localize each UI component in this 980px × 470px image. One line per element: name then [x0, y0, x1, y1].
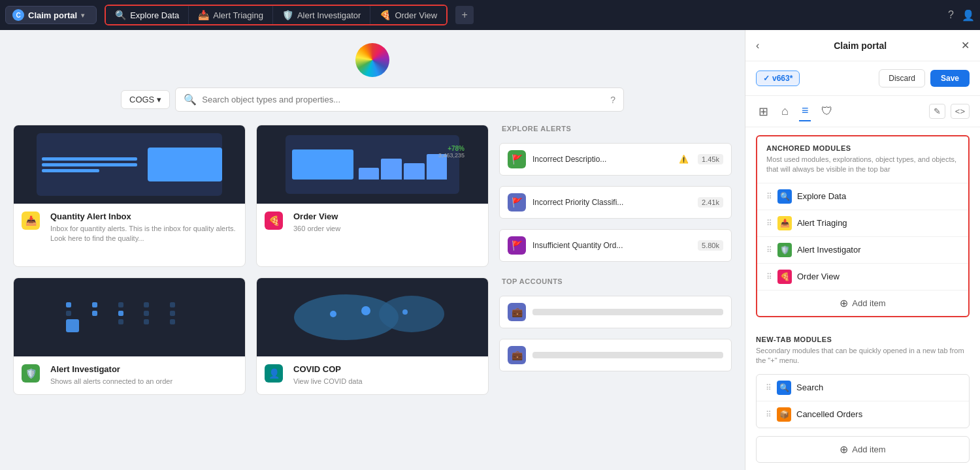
user-icon[interactable]: 👤: [962, 9, 975, 22]
new-tab-modules-title: NEW-TAB MODULES: [756, 336, 970, 343]
panel-title: Claim portal: [764, 40, 956, 51]
alert-flag-0: 🚩: [508, 150, 526, 168]
account-flag-0: 💼: [508, 303, 526, 321]
drag-handle-order-view[interactable]: ⠿: [766, 272, 772, 281]
order-view-card-icon: 🍕: [265, 212, 283, 230]
map-svg: [257, 278, 488, 356]
top-navigation: C Claim portal ▾ 🔍 Explore Data 📥 Alert …: [0, 0, 980, 30]
module-label-explore-data: Explore Data: [797, 191, 959, 201]
grid-view-icon[interactable]: ⊞: [756, 102, 771, 121]
alert-item-2[interactable]: 🚩 Insufficient Quantity Ord... 5.80k: [499, 229, 732, 262]
right-panel: ‹ Claim portal ✕ ✓ v663* Discard Save ⊞ …: [745, 30, 980, 470]
card-thumbnail-covid: [257, 278, 488, 356]
search-header: COGS ▾ 🔍 ?: [13, 43, 732, 112]
inbox-illustration: [37, 133, 221, 196]
version-check-icon: ✓: [763, 74, 770, 83]
order-illustration: +78% 3,463,235: [286, 135, 459, 194]
line2: [42, 163, 137, 166]
nav-tab-explore-data-label: Explore Data: [130, 10, 179, 20]
card-info-inbox: 📥 Quantity Alert Inbox Inbox for quantit…: [14, 204, 245, 252]
anchored-modules-header: ANCHORED MODULES Most used modules, expl…: [757, 136, 968, 183]
search-input[interactable]: [202, 95, 605, 104]
new-tab-add-item-button[interactable]: ⊕ Add item: [756, 436, 970, 463]
drag-handle-alert-investigator[interactable]: ⠿: [766, 245, 772, 255]
anchored-modules-desc: Most used modules, explorations, object …: [766, 155, 959, 175]
search-input-wrap: 🔍 ?: [175, 87, 624, 112]
edit-icon[interactable]: ✎: [929, 104, 945, 119]
bar3: [404, 163, 425, 180]
alert-warn-0: ⚠️: [679, 155, 689, 164]
code-icon[interactable]: <>: [951, 104, 970, 119]
anchored-module-order-view[interactable]: ⠿ 🍕 Order View: [757, 263, 968, 290]
new-tab-module-items: ⠿ 🔍 Search ⠿ 📦 Cancelled Orders: [756, 374, 970, 428]
card-quantity-alert-inbox[interactable]: 📥 Quantity Alert Inbox Inbox for quantit…: [13, 125, 246, 267]
svg-point-4: [361, 306, 370, 315]
new-tab-add-item-label: Add item: [852, 445, 885, 454]
anchored-add-item-button[interactable]: ⊕ Add item: [757, 290, 968, 316]
account-placeholder-1: [532, 352, 723, 358]
alert-flag-1: 🚩: [508, 193, 526, 212]
brand-label: Claim portal: [28, 10, 77, 20]
brand-chevron: ▾: [81, 12, 84, 19]
alert-item-1[interactable]: 🚩 Incorrect Priority Classifi... 2.41k: [499, 186, 732, 219]
save-button[interactable]: Save: [930, 70, 970, 87]
panel-icons-row: ⊞ ⌂ ≡ 🛡 ✎ <>: [745, 96, 980, 127]
alert-count-0: 1.45k: [698, 154, 723, 164]
card-info-order: 🍕 Order View 360 order view: [257, 204, 488, 242]
search-help-icon[interactable]: ?: [610, 95, 615, 105]
nav-tab-alert-investigator[interactable]: 🛡️ Alert Investigator: [273, 6, 371, 24]
brand-selector[interactable]: C Claim portal ▾: [5, 6, 97, 24]
alertinv-dots: [66, 302, 193, 332]
account-item-0[interactable]: 💼: [499, 296, 732, 328]
line3: [42, 169, 99, 172]
list-view-icon[interactable]: ≡: [799, 101, 811, 121]
nav-tab-alert-triaging[interactable]: 📥 Alert Triaging: [189, 6, 273, 24]
card-info-covid: 👤 COVID COP View live COVID data: [257, 356, 488, 394]
panel-right-icons: ✎ <>: [929, 104, 970, 119]
new-tab-add-item-plus-icon: ⊕: [840, 443, 848, 456]
inbox-lines: [37, 149, 142, 180]
module-icon-explore-data: 🔍: [777, 189, 792, 204]
cogs-dropdown[interactable]: COGS ▾: [121, 90, 170, 109]
top-accounts-label: TOP ACCOUNTS: [499, 277, 732, 285]
anchored-module-explore-data[interactable]: ⠿ 🔍 Explore Data: [757, 183, 968, 210]
help-icon[interactable]: ?: [948, 9, 954, 21]
covid-card-icon: 👤: [265, 364, 283, 383]
home-view-icon[interactable]: ⌂: [779, 102, 791, 121]
discard-button[interactable]: Discard: [879, 69, 925, 87]
anchored-modules-section: ANCHORED MODULES Most used modules, expl…: [756, 135, 970, 317]
nav-right-actions: ? 👤: [948, 9, 975, 22]
module-icon-search: 🔍: [777, 381, 791, 395]
panel-close-button[interactable]: ✕: [961, 39, 970, 52]
card-covid-cop[interactable]: 👤 COVID COP View live COVID data: [256, 277, 489, 395]
add-tab-button[interactable]: +: [455, 6, 474, 24]
version-badge[interactable]: ✓ v663*: [756, 70, 800, 86]
search-bar-row: COGS ▾ 🔍 ?: [121, 87, 624, 112]
drag-handle-alert-triaging[interactable]: ⠿: [766, 219, 772, 228]
explore-alerts-label: EXPLORE ALERTS: [499, 125, 732, 133]
module-label-alert-investigator: Alert Investigator: [797, 245, 959, 255]
drag-handle-explore-data[interactable]: ⠿: [766, 192, 772, 201]
svg-point-5: [402, 309, 408, 315]
module-icon-alert-triaging: 📥: [777, 216, 792, 230]
account-item-1[interactable]: 💼: [499, 339, 732, 371]
shield-view-icon[interactable]: 🛡: [819, 102, 836, 121]
nav-tab-explore-data[interactable]: 🔍 Explore Data: [106, 6, 189, 24]
card-title-alertinv: Alert Investigator: [50, 364, 172, 374]
anchored-module-alert-investigator[interactable]: ⠿ 🛡️ Alert Investigator: [757, 236, 968, 263]
drag-handle-cancelled-orders[interactable]: ⠿: [766, 410, 772, 419]
nav-tab-order-view[interactable]: 🍕 Order View: [370, 6, 446, 24]
version-label: v663*: [772, 74, 792, 83]
card-order-view[interactable]: +78% 3,463,235 🍕 Order View 360 order vi…: [256, 125, 489, 267]
drag-handle-search[interactable]: ⠿: [766, 383, 772, 392]
alert-count-2: 5.80k: [698, 240, 723, 251]
card-alert-investigator[interactable]: 🛡️ Alert Investigator Shows all alerts c…: [13, 277, 246, 395]
quantity-inbox-icon: 📥: [22, 212, 40, 230]
alert-item-0[interactable]: 🚩 Incorrect Descriptio... ⚠️ 1.45k: [499, 143, 732, 176]
new-tab-module-cancelled-orders[interactable]: ⠿ 📦 Cancelled Orders: [757, 401, 969, 428]
nav-tab-alert-investigator-label: Alert Investigator: [297, 10, 361, 20]
anchored-add-item-plus-icon: ⊕: [840, 297, 848, 309]
new-tab-module-search[interactable]: ⠿ 🔍 Search: [757, 375, 969, 401]
anchored-module-alert-triaging[interactable]: ⠿ 📥 Alert Triaging: [757, 210, 968, 236]
panel-back-button[interactable]: ‹: [756, 40, 759, 52]
